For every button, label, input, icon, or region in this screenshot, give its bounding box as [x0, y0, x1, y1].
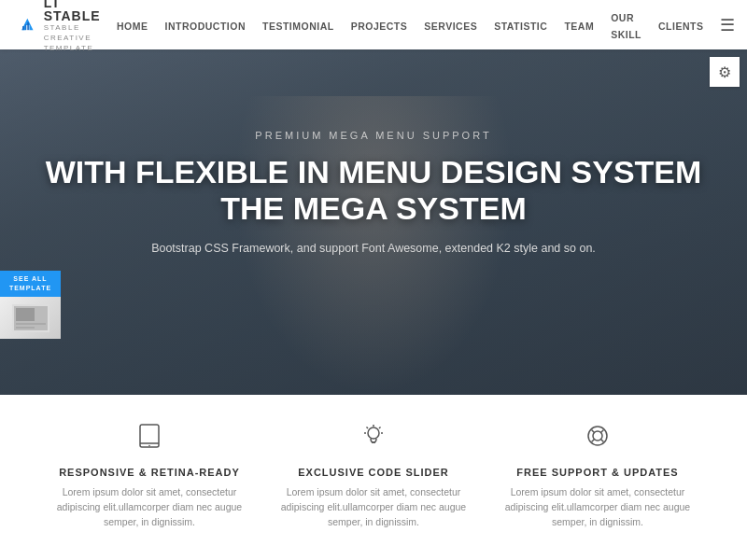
svg-line-21 — [592, 430, 595, 433]
brand-text: LT STABLE STABLE CREATIVE TEMPLATE — [44, 0, 117, 53]
svg-rect-3 — [27, 21, 29, 29]
hero-title-line2: THE MEGA SYSTEM — [220, 190, 526, 226]
settings-button[interactable]: ⚙ — [710, 57, 740, 87]
brand: LT STABLE STABLE CREATIVE TEMPLATE — [19, 0, 117, 53]
svg-rect-7 — [16, 323, 46, 325]
nav-item-testimonial[interactable]: TESTIMONIAL — [262, 17, 334, 34]
hero-title-line1: WITH FLEXIBLE IN MENU DESIGN SYSTEM — [46, 154, 702, 189]
feature-responsive-title: RESPONSIVE & RETINA-READY — [56, 467, 243, 478]
feature-support: FREE SUPPORT & UPDATES Lorem ipsum dolor… — [486, 423, 710, 529]
nav-item-team[interactable]: TEAM — [564, 17, 594, 34]
svg-line-23 — [592, 440, 595, 442]
svg-rect-1 — [22, 26, 24, 30]
feature-support-desc: Lorem ipsum dolor sit amet, consectetur … — [504, 485, 691, 529]
nav-links: HOME INTRODUCTION TESTIMONIAL PROJECTS S… — [117, 8, 735, 42]
hero-title: WITH FLEXIBLE IN MENU DESIGN SYSTEM THE … — [46, 154, 702, 227]
feature-slider-title: EXCLUSIVE CODE SLIDER — [280, 467, 467, 478]
hamburger-icon[interactable]: ☰ — [720, 16, 735, 35]
feature-responsive: RESPONSIVE & RETINA-READY Lorem ipsum do… — [37, 423, 261, 529]
svg-line-16 — [367, 427, 369, 429]
tablet-icon — [56, 423, 243, 455]
feature-slider: EXCLUSIVE CODE SLIDER Lorem ipsum dolor … — [261, 423, 486, 529]
bulb-icon — [280, 423, 467, 455]
see-all-badge[interactable]: SEE ALL TEMPLATE — [0, 271, 61, 339]
nav-item-introduction[interactable]: INTRODUCTION — [164, 17, 246, 34]
nav-hamburger-item[interactable]: ☰ — [720, 15, 735, 35]
svg-point-11 — [148, 445, 150, 447]
svg-point-19 — [588, 427, 607, 445]
svg-rect-8 — [16, 327, 35, 329]
nav-item-projects[interactable]: PROJECTS — [351, 17, 408, 34]
feature-support-title: FREE SUPPORT & UPDATES — [504, 467, 691, 478]
nav-item-ourskill[interactable]: OUR SKILL — [611, 8, 641, 42]
svg-line-15 — [379, 427, 381, 429]
svg-line-22 — [601, 430, 604, 433]
nav-item-services[interactable]: SERVICES — [424, 17, 477, 34]
hero-subtitle: PREMIUM MEGA MENU SUPPORT — [46, 130, 702, 141]
svg-rect-6 — [16, 308, 35, 321]
bottom-section: SIMPLE & CLEAR DESIGN — [0, 548, 747, 560]
features-section: RESPONSIVE & RETINA-READY Lorem ipsum do… — [0, 395, 747, 548]
hero-section: ⚙ SEE ALL TEMPLATE PREMIUM MEGA MENU SUP… — [0, 49, 747, 395]
navbar: LT STABLE STABLE CREATIVE TEMPLATE HOME … — [0, 0, 747, 49]
brand-logo — [19, 8, 36, 42]
support-icon — [504, 423, 691, 455]
feature-responsive-desc: Lorem ipsum dolor sit amet, consectetur … — [56, 485, 243, 529]
badge-label[interactable]: SEE ALL TEMPLATE — [0, 271, 61, 297]
badge-thumbnail — [0, 297, 61, 339]
gear-icon: ⚙ — [718, 63, 731, 81]
nav-item-statistic[interactable]: STATISTIC — [494, 17, 547, 34]
nav-item-clients[interactable]: CLIENTS — [658, 17, 703, 34]
brand-name: LT STABLE — [44, 0, 117, 22]
nav-item-home[interactable]: HOME — [117, 17, 148, 34]
svg-point-12 — [368, 427, 379, 439]
feature-slider-desc: Lorem ipsum dolor sit amet, consectetur … — [280, 485, 467, 529]
svg-rect-2 — [25, 23, 27, 29]
hero-content: PREMIUM MEGA MENU SUPPORT WITH FLEXIBLE … — [8, 130, 740, 281]
svg-line-24 — [601, 440, 604, 442]
brand-tagline: STABLE CREATIVE TEMPLATE — [44, 22, 117, 54]
hero-description: Bootstrap CSS Framework, and support Fon… — [46, 242, 702, 255]
